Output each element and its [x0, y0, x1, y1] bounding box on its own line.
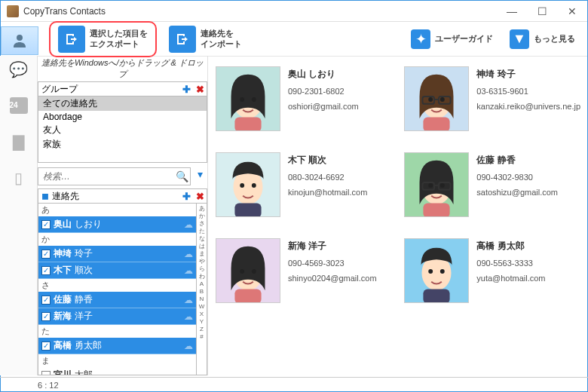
kana-char[interactable]: N	[197, 296, 207, 303]
contact-name: 神埼 玲子	[476, 68, 580, 81]
more-button[interactable]: ▼ もっと見る	[505, 28, 580, 51]
export-label: 選択した項目を エクスポート	[90, 29, 148, 48]
import-icon	[169, 26, 196, 53]
drop-hint: 連絡先をWindowsへ/からドラッグ & ドロップ	[38, 56, 207, 81]
kana-char[interactable]: X	[197, 311, 207, 318]
contact-checkbox[interactable]: ✓	[41, 296, 51, 305]
search-row: 🔍	[38, 167, 191, 185]
select-all-checkbox[interactable]: ◼	[38, 191, 52, 201]
kana-char[interactable]: Z	[197, 326, 207, 333]
svg-point-28	[240, 269, 244, 274]
contacts-header: ◼ 連絡先 ✚ ✖	[38, 188, 207, 204]
nav-device-icon[interactable]: ▯	[10, 169, 28, 187]
svg-point-3	[252, 97, 256, 102]
contact-checkbox[interactable]	[41, 371, 51, 376]
contact-email: yuta@hotmail.com	[476, 274, 545, 283]
contact-name: 高橋 勇太郎	[476, 240, 545, 253]
cloud-icon: ☁	[184, 249, 193, 259]
avatar	[216, 238, 280, 303]
contacts-tab[interactable]	[1, 26, 38, 55]
contact-card[interactable]: 佐藤 静香 090-4302-9830 satoshizu@gmail.com	[404, 152, 580, 217]
group-header-label: グループ	[38, 83, 179, 96]
svg-point-8	[440, 97, 445, 102]
export-button[interactable]: 選択した項目を エクスポート	[54, 24, 152, 54]
left-nav: 💬 24 ▇ ▯	[0, 56, 38, 375]
contact-row[interactable]: ✓佐藤 静香☁	[38, 292, 196, 308]
delete-group-button[interactable]: ✖	[193, 82, 207, 96]
add-contact-button[interactable]: ✚	[179, 189, 193, 203]
group-item[interactable]: 友人	[38, 123, 207, 137]
kana-char[interactable]: は	[197, 243, 207, 250]
contact-phone: 03-6315-9601	[476, 87, 580, 96]
filter-button[interactable]: ▾	[192, 168, 207, 180]
kana-char[interactable]: A	[197, 280, 207, 288]
group-item[interactable]: 全ての連絡先	[38, 96, 207, 111]
contact-checkbox[interactable]: ✓	[41, 341, 51, 351]
svg-rect-35	[424, 289, 450, 303]
more-label: もっと見る	[534, 34, 575, 44]
contact-card[interactable]: 高橋 勇太郎 090-5563-3333 yuta@hotmail.com	[404, 238, 580, 303]
contact-card[interactable]: 奥山 しおり 090-2301-6802 oshiori@gmail.com	[216, 66, 389, 131]
svg-point-29	[252, 269, 256, 274]
search-input[interactable]	[38, 171, 173, 182]
cloud-icon: ☁	[184, 370, 193, 376]
contact-list[interactable]: あ✓奥山 しおり☁か✓神埼 玲子☁✓木下 順次☁さ✓佐藤 静香☁✓新海 洋子☁た…	[38, 204, 197, 375]
kana-index[interactable]: あかさたなはまやらわABNWXYZ#	[197, 204, 207, 375]
minimize-button[interactable]: —	[497, 1, 527, 22]
maximize-button[interactable]: ☐	[527, 1, 557, 22]
group-item[interactable]: Abordage	[38, 111, 207, 123]
kana-char[interactable]: さ	[197, 220, 207, 228]
nav-messages-icon[interactable]: 💬	[10, 60, 28, 78]
group-list[interactable]: 全ての連絡先Abordage友人家族	[38, 96, 207, 163]
add-group-button[interactable]: ✚	[179, 82, 193, 96]
kana-char[interactable]: あ	[197, 205, 207, 213]
kana-char[interactable]: Y	[197, 318, 207, 326]
kana-char[interactable]: ま	[197, 250, 207, 258]
contact-card[interactable]: 木下 順次 080-3024-6692 kinojun@hotmail.com	[216, 152, 389, 217]
contact-checkbox[interactable]: ✓	[41, 312, 51, 321]
kana-char[interactable]: な	[197, 235, 207, 243]
kana-char[interactable]: B	[197, 288, 207, 296]
app-logo	[7, 5, 19, 17]
svg-rect-30	[234, 289, 261, 303]
contact-row[interactable]: ✓木下 順次☁	[38, 262, 196, 279]
contact-phone: 090-4302-9830	[476, 173, 558, 182]
kana-char[interactable]: #	[197, 333, 207, 341]
nav-notes-icon[interactable]: ▇	[10, 133, 28, 151]
contact-checkbox[interactable]: ✓	[41, 250, 51, 259]
group-item[interactable]: 家族	[38, 137, 207, 152]
contact-name: 木下 順次	[288, 154, 367, 167]
kana-char[interactable]: わ	[197, 273, 207, 280]
kana-char[interactable]: ら	[197, 265, 207, 273]
kana-char[interactable]: か	[197, 213, 207, 220]
nav-calendar-icon[interactable]: 24	[10, 96, 28, 115]
import-label: 連絡先を インポート	[201, 29, 242, 48]
contact-card[interactable]: 新海 洋子 090-4569-3023 shinyo0204@gmail.com	[216, 238, 389, 303]
user-guide-button[interactable]: ✦ ユーザーガイド	[406, 28, 498, 51]
middle-pane: 連絡先をWindowsへ/からドラッグ & ドロップ グループ ✚ ✖ 全ての連…	[38, 56, 208, 375]
contact-checkbox[interactable]: ✓	[41, 220, 51, 229]
contact-phone: 090-4569-3023	[288, 259, 377, 268]
toolbar: 選択した項目を エクスポート 連絡先を インポート ✦ ユーザーガイド ▼ もっ…	[1, 22, 587, 57]
contact-row[interactable]: ✓奥山 しおり☁	[38, 216, 196, 233]
kana-char[interactable]: た	[197, 228, 207, 235]
contact-row[interactable]: 宮川 太郎☁	[38, 367, 196, 375]
kana-char[interactable]: W	[197, 303, 207, 311]
avatar	[404, 152, 469, 217]
contact-section-header: さ	[38, 279, 196, 292]
contact-checkbox[interactable]: ✓	[41, 266, 51, 275]
close-button[interactable]: ✕	[557, 1, 587, 22]
import-button[interactable]: 連絡先を インポート	[164, 24, 247, 54]
kana-char[interactable]: や	[197, 258, 207, 265]
group-header: グループ ✚ ✖	[38, 81, 207, 96]
contact-card[interactable]: 神埼 玲子 03-6315-9601 kanzaki.reiko@univers…	[404, 66, 580, 131]
cloud-icon: ☁	[184, 341, 193, 351]
export-highlight: 選択した項目を エクスポート	[49, 21, 157, 57]
chevron-down-icon: ▼	[510, 29, 529, 49]
contact-row[interactable]: ✓高橋 勇太郎☁	[38, 338, 196, 354]
contact-row[interactable]: ✓新海 洋子☁	[38, 308, 196, 325]
search-icon[interactable]: 🔍	[173, 170, 190, 182]
svg-point-21	[440, 183, 445, 188]
contact-row[interactable]: ✓神埼 玲子☁	[38, 246, 196, 262]
delete-contact-button[interactable]: ✖	[193, 189, 207, 203]
